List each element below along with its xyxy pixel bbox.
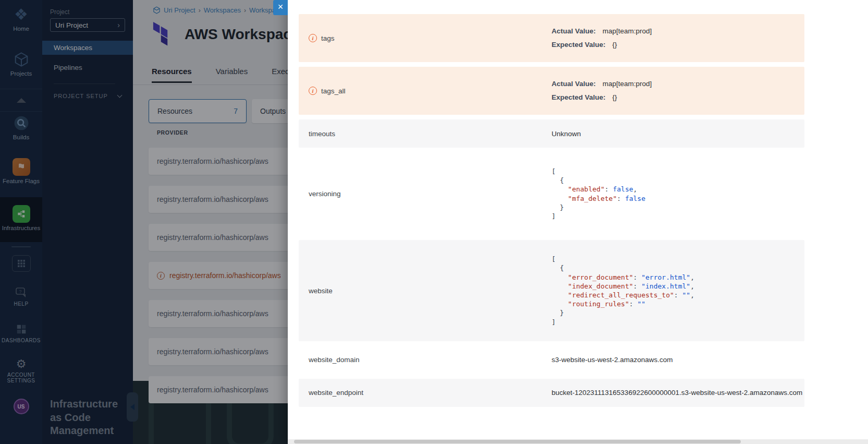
value-label: Expected Value:: [552, 40, 606, 50]
attribute-drawer: × itagsActual Value:map[team:prod]Expect…: [288, 0, 868, 444]
close-drawer-button[interactable]: ×: [273, 0, 288, 15]
value-text: {}: [613, 40, 617, 50]
value-text: map[team:prod]: [603, 79, 652, 89]
attribute-name: website_endpoint: [309, 389, 363, 397]
value-label: Actual Value:: [552, 26, 596, 37]
attribute-value: [ { "enabled": false, "mfa_delete": fals…: [552, 167, 804, 221]
attribute-row: website_endpointbucket-12023111316533692…: [299, 379, 804, 407]
close-icon: ×: [278, 2, 284, 12]
attribute-name: timeouts: [309, 130, 335, 138]
attribute-name: versioning: [309, 190, 341, 198]
attribute-list: itagsActual Value:map[team:prod]Expected…: [299, 14, 804, 434]
attribute-row: website_domains3-website-us-west-2.amazo…: [299, 346, 804, 374]
json-code-block: [ { "enabled": false, "mfa_delete": fals…: [552, 167, 804, 221]
value-label: Actual Value:: [552, 79, 596, 89]
attribute-row: timeoutsUnknown: [299, 119, 804, 148]
attribute-name: website: [309, 287, 333, 295]
scrollbar-thumb[interactable]: [294, 440, 741, 443]
value-text: map[team:prod]: [603, 26, 652, 37]
attribute-row: website[ { "error_document": "error.html…: [299, 240, 804, 341]
json-code-block: [ { "error_document": "error.html", "ind…: [552, 255, 804, 327]
attribute-row: versioning[ { "enabled": false, "mfa_del…: [299, 152, 804, 235]
attribute-value: [ { "error_document": "error.html", "ind…: [552, 255, 804, 327]
drift-info-icon: i: [309, 34, 317, 42]
attribute-value: s3-website-us-west-2.amazonaws.com: [552, 356, 804, 364]
attribute-value: Actual Value:map[team:prod]Expected Valu…: [552, 23, 804, 53]
drift-info-icon: i: [309, 87, 317, 95]
value-label: Expected Value:: [552, 92, 606, 103]
attribute-row: itags_allActual Value:map[team:prod]Expe…: [299, 67, 804, 115]
attribute-value: Actual Value:map[team:prod]Expected Valu…: [552, 76, 804, 106]
attribute-value: bucket-120231113165336922600000001.s3-we…: [552, 389, 804, 397]
attribute-name: tags_all: [321, 87, 346, 95]
attribute-name: tags: [321, 34, 335, 42]
horizontal-scrollbar: [288, 439, 868, 444]
attribute-value: Unknown: [552, 130, 804, 138]
value-text: {}: [613, 92, 617, 103]
attribute-name: website_domain: [309, 356, 360, 364]
attribute-row: itagsActual Value:map[team:prod]Expected…: [299, 14, 804, 62]
